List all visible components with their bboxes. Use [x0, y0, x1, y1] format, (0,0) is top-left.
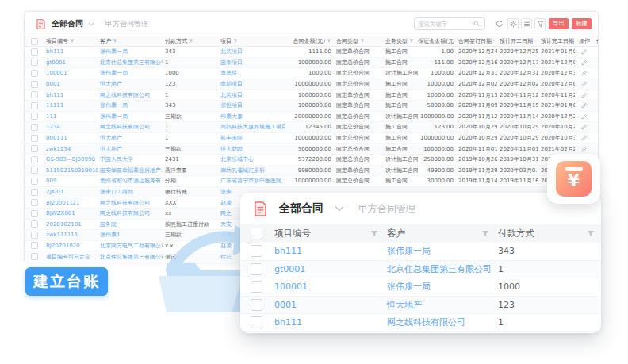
- create-ledger-button[interactable]: 建立台账: [25, 267, 108, 296]
- filter-funnel-icon[interactable]: [233, 39, 238, 44]
- cell-project-id[interactable]: bh111: [272, 317, 385, 328]
- row-checkbox[interactable]: [31, 178, 38, 185]
- filter-funnel-icon[interactable]: [534, 39, 536, 44]
- table-row[interactable]: 009 贵州省都匀市酒店服务有… 分期 广东省普宁市新中医医院… 1000000…: [25, 176, 598, 187]
- row-checkbox[interactable]: [31, 232, 38, 239]
- row-checkbox[interactable]: [31, 124, 38, 131]
- edit-pencil-icon[interactable]: [581, 124, 588, 130]
- table-row[interactable]: 11111 张伟康一局 343 张恒项目 1000000.00 固定单价合同 施…: [25, 101, 598, 112]
- cell-project-id[interactable]: ZJK-01: [44, 189, 98, 195]
- cell-customer[interactable]: 网之线科技有限公司: [98, 91, 163, 99]
- cell-customer[interactable]: 北京住总集团第三有限公司: [385, 263, 496, 275]
- cell-project[interactable]: 伟康大厦: [218, 113, 285, 121]
- edit-pencil-icon[interactable]: [581, 146, 588, 152]
- table-row[interactable]: zwk1234 恒大地产 三期款 恒大花园 5000000.00 固定总价合同 …: [25, 144, 598, 155]
- row-checkbox[interactable]: [31, 70, 38, 77]
- table-row[interactable]: 000111 恒大地产 1 裕丰国际 10000000.00 固定总价合同 施工…: [25, 133, 598, 144]
- cell-customer[interactable]: 张伟康一局: [385, 245, 496, 257]
- create-button[interactable]: 新建: [572, 18, 592, 29]
- overlay-table-row[interactable]: bh111 网之线科技有限公司 1: [240, 314, 601, 332]
- row-checkbox[interactable]: [31, 210, 38, 217]
- cell-project-id[interactable]: 项目编号可自定义: [44, 253, 98, 261]
- row-checkbox[interactable]: [31, 135, 38, 142]
- row-checkbox[interactable]: [31, 199, 38, 206]
- cell-project-id[interactable]: 000111: [44, 135, 98, 141]
- cell-project[interactable]: 广东省普宁市新中医医院…: [218, 177, 285, 185]
- table-row[interactable]: gt0001 北京住总集团第三有限公司 1 国泰项目 1000000.00 固定…: [25, 58, 598, 69]
- cell-customer[interactable]: 网之线科技有限公司: [98, 199, 163, 207]
- row-checkbox[interactable]: [251, 263, 262, 275]
- cell-customer[interactable]: 国安华夏幸福基业房地产…: [98, 167, 163, 174]
- search-field[interactable]: [418, 21, 473, 28]
- cell-project-id[interactable]: gt0001: [272, 264, 385, 274]
- filter-funnel-icon[interactable]: [70, 39, 75, 44]
- row-checkbox[interactable]: [31, 156, 38, 163]
- cell-project[interactable]: 海底捞: [218, 69, 285, 77]
- cell-customer[interactable]: 恒大地产: [98, 145, 163, 153]
- row-checkbox[interactable]: [251, 281, 262, 293]
- cell-project[interactable]: 张恒项目: [218, 102, 285, 109]
- cell-project-id[interactable]: 0001: [44, 81, 98, 87]
- cell-project[interactable]: 鸿鹄科技大厦外墙施工项目: [218, 123, 285, 131]
- export-button[interactable]: 导出: [549, 18, 569, 29]
- row-checkbox[interactable]: [251, 245, 262, 257]
- cell-customer[interactable]: 张伟康一局: [385, 281, 496, 293]
- filter-funnel-icon[interactable]: [189, 39, 193, 44]
- row-checkbox[interactable]: [31, 102, 38, 109]
- cell-project-id[interactable]: 0001: [272, 300, 385, 310]
- cell-project-id[interactable]: 111: [44, 113, 98, 120]
- cell-customer[interactable]: 张伟康一局: [98, 113, 163, 121]
- cell-customer[interactable]: 张伟康一局: [98, 69, 163, 77]
- cell-project-id[interactable]: bh111: [272, 246, 385, 256]
- cell-customer[interactable]: 恒大地产: [98, 80, 163, 88]
- cell-project[interactable]: 裕丰国际: [218, 134, 285, 142]
- edit-pencil-icon[interactable]: [581, 70, 588, 76]
- edit-pencil-icon[interactable]: [581, 92, 588, 98]
- overlay-table-row[interactable]: 0001 恒大地产 123: [240, 297, 601, 315]
- cell-customer[interactable]: 网之线科技有限公司: [98, 123, 163, 131]
- edit-pencil-icon[interactable]: [581, 113, 588, 120]
- filter-funnel-icon[interactable]: [481, 230, 489, 238]
- edit-pencil-icon[interactable]: [581, 81, 588, 87]
- edit-pencil-icon[interactable]: [581, 48, 588, 55]
- edit-pencil-icon[interactable]: [581, 102, 588, 109]
- row-checkbox[interactable]: [31, 145, 38, 152]
- row-checkbox[interactable]: [31, 220, 38, 228]
- row-checkbox[interactable]: [31, 167, 38, 174]
- filter-funnel-icon[interactable]: [409, 39, 414, 44]
- cell-project-id[interactable]: BJ20201020: [44, 243, 98, 249]
- settings-button[interactable]: [507, 18, 519, 29]
- cell-project-id[interactable]: bh111: [44, 92, 98, 98]
- cell-customer[interactable]: 恒大地产: [385, 299, 496, 311]
- cell-customer[interactable]: 网之线科技有限公司: [385, 316, 496, 328]
- cell-customer[interactable]: 中国人民大学: [98, 155, 163, 163]
- filter-funnel-icon[interactable]: [360, 39, 365, 44]
- table-row[interactable]: 5115021503190101 国安华夏幸福基业房地产… 悬浮查看 廊坊孔雀城…: [25, 166, 598, 177]
- filter-funnel-icon[interactable]: [327, 39, 331, 44]
- select-all-checkbox[interactable]: [251, 228, 262, 239]
- chevron-down-icon[interactable]: [335, 205, 344, 212]
- cell-project-id[interactable]: 100001: [44, 70, 98, 76]
- overlay-table-row[interactable]: gt0001 北京住总集团第三有限公司 1: [240, 261, 601, 279]
- chevron-down-icon[interactable]: [88, 22, 94, 26]
- edit-pencil-icon[interactable]: [581, 135, 588, 141]
- row-checkbox[interactable]: [31, 59, 38, 66]
- cell-project-id[interactable]: 009: [44, 178, 98, 184]
- cell-project-id[interactable]: BJWZX001: [44, 210, 98, 216]
- cell-customer[interactable]: 张伟康一局: [98, 102, 163, 109]
- columns-button[interactable]: [521, 18, 532, 29]
- overlay-table-row[interactable]: 100001 张伟康一局 1000: [240, 278, 601, 297]
- cell-project[interactable]: 恒大花园: [218, 145, 285, 153]
- cell-project[interactable]: 北装项目: [218, 48, 285, 56]
- magnifier-icon[interactable]: [473, 21, 480, 27]
- cell-project-id[interactable]: bh111: [44, 48, 98, 55]
- cell-customer[interactable]: 北京住总集团第三有限公司: [98, 59, 163, 67]
- cell-project[interactable]: 南部项目: [218, 80, 285, 88]
- cell-project-id[interactable]: 1234: [44, 124, 98, 130]
- edit-pencil-icon[interactable]: [581, 59, 588, 66]
- cell-project-id[interactable]: 5115021503190101: [44, 167, 98, 174]
- cell-customer[interactable]: 张伟康一局: [98, 48, 163, 56]
- cell-project-id[interactable]: BJ20001121: [44, 200, 98, 206]
- table-row[interactable]: GS-983—BJ30998 中国人民大学 2431 北京乐城中心 537220…: [25, 155, 598, 166]
- cell-project-id[interactable]: GS-983—BJ30998: [44, 156, 98, 163]
